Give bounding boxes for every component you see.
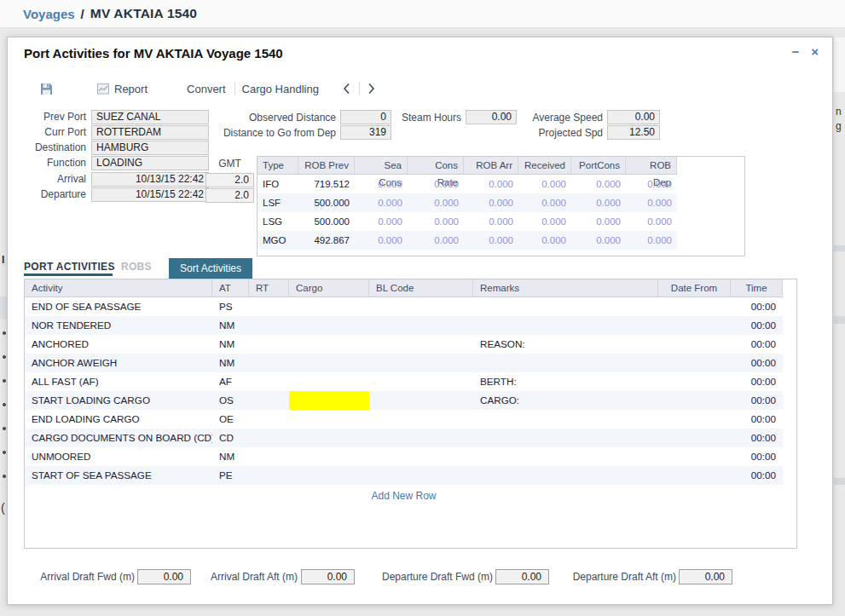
rt-cell[interactable] — [249, 297, 289, 316]
projected-speed-field[interactable]: 12.50 — [607, 125, 660, 140]
cargo-cell[interactable] — [289, 372, 369, 391]
rt-cell[interactable] — [249, 354, 289, 372]
rob-value-cell[interactable]: 0.000 — [571, 212, 626, 231]
time-cell[interactable]: 00:00 — [731, 297, 783, 316]
departure-gmt-field[interactable]: 2.0 — [205, 188, 254, 203]
sort-activities-button[interactable]: Sort Activities — [169, 258, 252, 279]
departure-field[interactable]: 10/15/15 22:42 — [91, 187, 209, 202]
rob-value-cell[interactable]: 0.000 — [518, 175, 571, 193]
bl-code-cell[interactable] — [369, 316, 473, 335]
rob-value-cell[interactable]: 0.000 — [355, 212, 408, 231]
cargo-cell[interactable] — [289, 466, 369, 485]
bl-code-cell[interactable] — [369, 447, 473, 466]
rt-cell[interactable] — [249, 335, 289, 354]
rob-value-cell[interactable]: 0.000 — [571, 193, 626, 212]
remarks-cell[interactable] — [473, 447, 658, 466]
time-cell[interactable]: 00:00 — [731, 429, 783, 447]
time-cell[interactable]: 00:00 — [731, 410, 783, 429]
date-from-cell[interactable] — [658, 316, 731, 335]
arrival-field[interactable]: 10/13/15 22:42 — [91, 172, 209, 187]
time-cell[interactable]: 00:00 — [731, 354, 783, 372]
bl-code-cell[interactable] — [369, 372, 473, 391]
rt-cell[interactable] — [249, 410, 289, 429]
close-icon[interactable]: × — [811, 46, 819, 58]
arrival-draft-aft-field[interactable]: 0.00 — [301, 569, 355, 584]
date-from-cell[interactable] — [658, 297, 731, 316]
time-cell[interactable]: 00:00 — [731, 391, 783, 410]
rob-value-cell[interactable]: 0.000 — [464, 193, 518, 212]
tab-robs[interactable]: ROBS — [121, 261, 152, 273]
convert-button[interactable]: Convert — [187, 83, 226, 95]
time-cell[interactable]: 00:00 — [731, 466, 783, 485]
remarks-cell[interactable] — [473, 466, 658, 485]
rt-cell[interactable] — [249, 466, 289, 485]
rob-value-cell[interactable]: 0.000 — [355, 193, 408, 212]
time-cell[interactable]: 00:00 — [731, 447, 783, 466]
rob-value-cell[interactable]: 0.000 — [626, 193, 677, 212]
cargo-handling-button[interactable]: Cargo Handling — [242, 83, 319, 95]
rob-value-cell[interactable]: 0.000 — [571, 175, 626, 193]
rt-cell[interactable] — [249, 429, 289, 447]
rob-prev-cell[interactable]: 500.000 — [298, 193, 355, 212]
rt-cell[interactable] — [249, 447, 289, 466]
next-button[interactable] — [368, 83, 375, 95]
remarks-cell[interactable] — [473, 297, 658, 316]
cargo-cell[interactable] — [289, 316, 369, 335]
bl-code-cell[interactable] — [369, 466, 473, 485]
prev-port-field[interactable]: SUEZ CANAL — [91, 110, 209, 124]
rob-value-cell[interactable]: 0.000 — [355, 231, 408, 250]
arrival-gmt-field[interactable]: 2.0 — [205, 173, 254, 187]
tab-port-activities[interactable]: PORT ACTIVITIES — [24, 261, 115, 273]
rt-cell[interactable] — [249, 372, 289, 391]
rob-value-cell[interactable]: 0.000 — [626, 175, 677, 193]
date-from-cell[interactable] — [658, 354, 731, 372]
rob-value-cell[interactable]: 0.000 — [571, 231, 626, 250]
remarks-cell[interactable]: CARGO: — [473, 391, 658, 410]
departure-draft-fwd-field[interactable]: 0.00 — [495, 569, 549, 584]
remarks-cell[interactable] — [473, 316, 658, 335]
destination-field[interactable]: HAMBURG — [91, 141, 209, 155]
cargo-cell[interactable] — [289, 410, 369, 429]
rob-value-cell[interactable]: 0.000 — [464, 212, 518, 231]
date-from-cell[interactable] — [658, 447, 731, 466]
steam-hours-field[interactable]: 0.00 — [466, 110, 517, 124]
date-from-cell[interactable] — [658, 391, 731, 410]
rob-prev-cell[interactable]: 492.867 — [298, 231, 355, 250]
bl-code-cell[interactable] — [369, 429, 473, 447]
rob-prev-cell[interactable]: 719.512 — [298, 175, 355, 193]
report-button[interactable]: Report — [97, 83, 148, 95]
rob-value-cell[interactable]: 0.000 — [408, 231, 464, 250]
cargo-highlight-cell[interactable] — [289, 391, 369, 410]
minimize-icon[interactable]: − — [791, 46, 799, 58]
rob-value-cell[interactable]: 0.000 — [518, 212, 571, 231]
cargo-cell[interactable] — [289, 447, 369, 466]
rt-cell[interactable] — [249, 391, 289, 410]
date-from-cell[interactable] — [658, 410, 731, 429]
rob-value-cell[interactable]: 0.000 — [626, 212, 677, 231]
observed-distance-field[interactable]: 0 — [340, 110, 391, 124]
bl-code-cell[interactable] — [369, 410, 473, 429]
breadcrumb-voyages-link[interactable]: Voyages — [23, 7, 75, 21]
previous-button[interactable] — [343, 83, 350, 95]
rob-value-cell[interactable]: 0.000 — [518, 231, 571, 250]
rt-cell[interactable] — [249, 316, 289, 335]
rob-value-cell[interactable]: 0.000 — [408, 175, 464, 193]
rob-value-cell[interactable]: 0.000 — [464, 231, 518, 250]
time-cell[interactable]: 00:00 — [731, 316, 783, 335]
bl-code-cell[interactable] — [369, 391, 473, 410]
date-from-cell[interactable] — [658, 372, 731, 391]
bl-code-cell[interactable] — [369, 335, 473, 354]
date-from-cell[interactable] — [658, 429, 731, 447]
cargo-cell[interactable] — [289, 335, 369, 354]
rob-value-cell[interactable]: 0.000 — [408, 193, 464, 212]
bl-code-cell[interactable] — [369, 297, 473, 316]
rob-value-cell[interactable]: 0.000 — [464, 175, 518, 193]
save-button[interactable] — [40, 83, 53, 95]
cargo-cell[interactable] — [289, 297, 369, 316]
remarks-cell[interactable] — [473, 429, 658, 447]
departure-draft-aft-field[interactable]: 0.00 — [679, 569, 732, 584]
date-from-cell[interactable] — [658, 466, 731, 485]
function-field[interactable]: LOADING — [91, 156, 209, 170]
distance-to-go-field[interactable]: 319 — [340, 125, 391, 140]
cargo-cell[interactable] — [289, 429, 369, 447]
